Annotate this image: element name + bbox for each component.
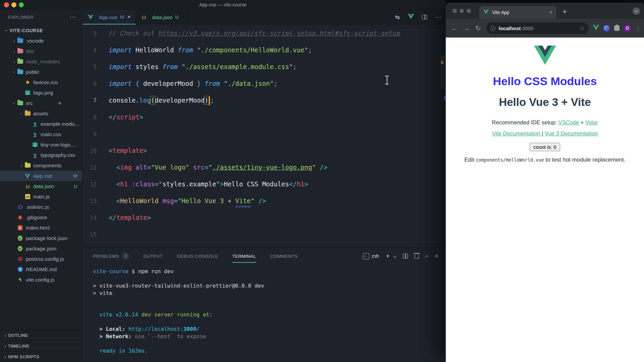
terminal-dropdown-icon[interactable]: [393, 254, 396, 258]
tree-item-vite.config.js[interactable]: ϟvite.config.js: [0, 275, 82, 285]
chevron-down-icon[interactable]: ›: [19, 111, 24, 116]
editor-tab-App.vue[interactable]: App.vueM×: [83, 10, 136, 24]
tab-label: data.json: [152, 14, 173, 20]
sidebar-section-npm-scripts[interactable]: ›NPM SCRIPTS: [0, 351, 82, 362]
site-info-icon[interactable]: i: [490, 26, 495, 31]
tree-item-favicon.ico[interactable]: ★favicon.ico: [0, 77, 82, 87]
chevron-right-icon[interactable]: ›: [11, 49, 17, 54]
tree-item-typography.css[interactable]: ʒtypography.css: [0, 150, 82, 160]
tree-item-example.modu...[interactable]: ʒexample.modu...: [0, 119, 82, 129]
tree-item-dist[interactable]: ›dist: [0, 46, 82, 56]
overview-ruler-cursor-marker: [444, 96, 445, 101]
tree-item-node_modules[interactable]: ›node_modules: [0, 56, 82, 67]
tree-item-label: src: [26, 100, 33, 106]
tree-item-components[interactable]: ›components: [0, 160, 82, 171]
close-panel-icon[interactable]: ×: [435, 252, 438, 260]
bookmark-star-icon[interactable]: ☆: [580, 25, 585, 32]
chevron-right-icon[interactable]: ›: [11, 59, 17, 64]
editor-scrollbar[interactable]: [440, 56, 445, 89]
tree-item-README.md[interactable]: iREADME.md: [0, 264, 82, 275]
tree-item-main.js[interactable]: JSmain.js: [0, 191, 82, 202]
sidebar-section-outline[interactable]: ›OUTLINE: [0, 330, 82, 341]
close-icon[interactable]: ×: [127, 14, 131, 20]
chevron-down-icon[interactable]: ›: [11, 69, 17, 75]
panel-tab-output[interactable]: OUTPUT: [143, 248, 163, 264]
terminal-output[interactable]: vite-course $ npm run dev > vite-vue3-ro…: [93, 268, 435, 354]
browser-close-button[interactable]: [452, 9, 457, 13]
docs-separator: |: [542, 130, 545, 136]
explorer-actions-icon[interactable]: ⋯: [70, 13, 76, 21]
editor-tab-data.json[interactable]: {..}data.jsonU: [136, 10, 187, 24]
tree-item-package-lock.json[interactable]: jspackage-lock.json: [0, 233, 82, 243]
forward-button[interactable]: →: [463, 24, 470, 32]
new-terminal-button[interactable]: +: [386, 252, 390, 260]
new-tab-button[interactable]: +: [562, 7, 567, 16]
terminal-shell-selector[interactable]: >_ zsh: [363, 253, 379, 259]
address-bar[interactable]: i localhost:3000 ☆: [486, 22, 589, 34]
browser-tab[interactable]: Vite App ×: [479, 6, 556, 19]
chevron-right-icon[interactable]: ›: [11, 38, 17, 44]
vue-icon: [87, 14, 94, 20]
profile-avatar[interactable]: D: [624, 25, 631, 32]
tree-item-postcss.config.js[interactable]: postcss.config.js: [0, 254, 82, 264]
tree-item-main.css[interactable]: ʒmain.css: [0, 129, 82, 139]
compare-changes-icon[interactable]: ⇆: [395, 14, 400, 21]
back-button[interactable]: ←: [451, 24, 458, 32]
tree-item-.vscode[interactable]: ›.vscode: [0, 36, 82, 46]
tab-close-icon[interactable]: ×: [549, 9, 552, 15]
chevron-right-icon[interactable]: ›: [19, 163, 24, 168]
split-terminal-icon[interactable]: [403, 254, 408, 258]
vue-favicon-icon: [483, 9, 489, 15]
panel-tab-terminal[interactable]: TERMINAL: [232, 248, 256, 264]
kill-terminal-icon[interactable]: [415, 254, 419, 259]
panel-tab-comments[interactable]: COMMENTS: [270, 248, 298, 264]
extensions-puzzle-icon[interactable]: [614, 25, 620, 31]
image-icon: ▲: [32, 142, 38, 148]
count-button[interactable]: count is: 0: [530, 143, 560, 151]
tree-item-index.html[interactable]: 5index.html: [0, 223, 82, 233]
tree-item-.eslintrc.js[interactable]: .eslintrc.js: [0, 202, 82, 212]
tree-item-assets[interactable]: ›assets: [0, 108, 82, 119]
panel-tab-problems[interactable]: PROBLEMS3: [93, 248, 129, 264]
panel-tab-debug-console[interactable]: DEBUG CONSOLE: [177, 248, 218, 264]
browser-zoom-button[interactable]: [467, 9, 471, 13]
chevron-down-icon[interactable]: ›: [4, 28, 9, 33]
code-editor[interactable]: 3// Check out https://v3.vuejs.org/api/s…: [83, 25, 446, 247]
vscode-link[interactable]: VSCode: [558, 119, 579, 125]
tree-item-logo.png[interactable]: ▲logo.png: [0, 87, 82, 98]
tree-item-tiny-vue-logo....[interactable]: ▲tiny-vue-logo....: [0, 139, 82, 150]
split-editor-icon[interactable]: [422, 15, 427, 19]
section-label: TIMELINE: [8, 344, 30, 349]
npm-icon: js: [17, 246, 23, 252]
chevron-down-icon[interactable]: ›: [11, 101, 17, 106]
vite-docs-link[interactable]: Vite Documentation: [492, 130, 542, 136]
terminal-line: vite v2.6.14 dev server running at:: [93, 311, 435, 318]
tree-item-data.json[interactable]: {..}data.jsonU: [0, 181, 82, 191]
tree-root-VITE-COURSE[interactable]: ›VITE-COURSE: [0, 25, 82, 36]
vue-docs-link[interactable]: Vue 3 Documentation: [545, 130, 598, 136]
vscode-titlebar: App.vue — vite-course: [0, 0, 446, 9]
tab-search-button[interactable]: [633, 7, 640, 15]
reload-button[interactable]: ↻: [475, 24, 481, 32]
edit-prefix: Edit: [464, 157, 476, 163]
tree-item-src[interactable]: ›src: [0, 98, 82, 108]
maximize-panel-icon[interactable]: [425, 255, 428, 258]
image-icon: ▲: [24, 90, 31, 96]
code-line-6: 6import { developerMood } from "./data.j…: [83, 75, 446, 92]
volar-link[interactable]: Volar: [585, 119, 598, 125]
tree-item-package.json[interactable]: jspackage.json: [0, 243, 82, 254]
sidebar-section-timeline[interactable]: ›TIMELINE: [0, 341, 82, 351]
section-label: OUTLINE: [8, 333, 28, 338]
vue-volar-icon[interactable]: [408, 14, 414, 21]
tree-item-App.vue[interactable]: App.vueM: [0, 171, 82, 181]
browser-minimize-button[interactable]: [460, 9, 464, 13]
more-actions-icon[interactable]: ⋯: [435, 14, 441, 21]
terminal-line: > vite: [93, 290, 435, 297]
tree-item-.gitignore[interactable]: .gitignore: [0, 212, 82, 223]
url-text: localhost:3000: [499, 25, 580, 31]
tree-item-label: .eslintrc.js: [26, 204, 49, 210]
vue-devtools-icon[interactable]: [593, 25, 599, 32]
tree-item-public[interactable]: ›public: [0, 67, 82, 77]
extension-icon[interactable]: [603, 25, 610, 32]
browser-menu-icon[interactable]: ⋮: [635, 25, 641, 32]
